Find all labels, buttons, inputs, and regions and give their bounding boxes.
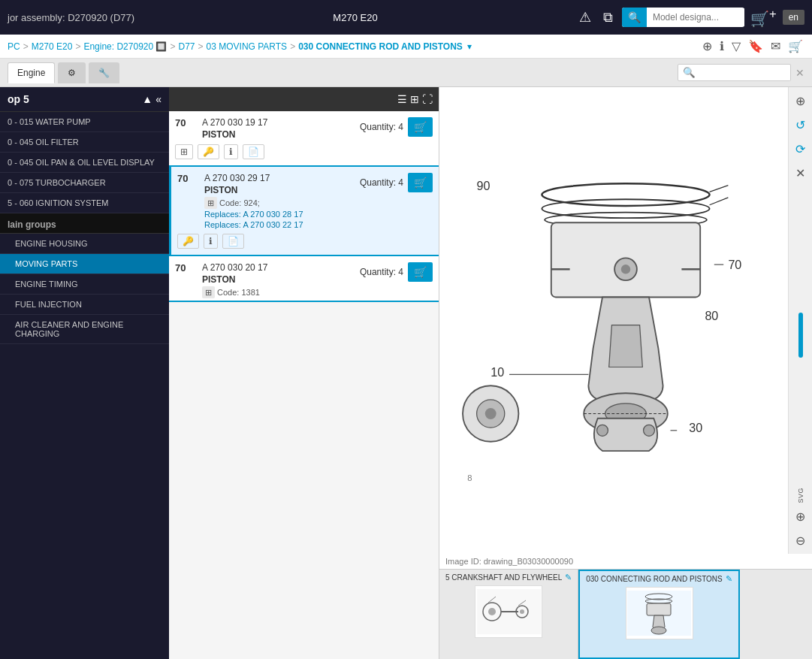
diagram-label-30: 30 xyxy=(689,421,702,434)
replaces-link-2b[interactable]: A 270 030 22 17 xyxy=(243,220,303,229)
clear-search-button[interactable]: ✕ xyxy=(795,67,804,79)
breadcrumb-moving-parts[interactable]: 03 MOVING PARTS xyxy=(207,41,288,52)
sidebar-item-engine-timing[interactable]: ENGINE TIMING xyxy=(0,274,169,295)
part-qty-2: Quantity: 4 🛒 xyxy=(360,173,433,192)
cart-add-button[interactable]: 🛒+ xyxy=(750,7,777,28)
sidebar-item-engine-housing[interactable]: ENGINE HOUSING xyxy=(0,234,169,254)
thumb-img-crankshaft xyxy=(475,585,542,638)
thumb-svg-crankshaft xyxy=(477,589,541,634)
warning-icon[interactable]: ⚠ xyxy=(576,8,594,27)
part-qty-3: Quantity: 4 🛒 xyxy=(360,262,433,282)
bottom-strip: 5 CRANKSHAFT AND FLYWHEEL ✎ xyxy=(439,569,812,659)
part-doc-btn-1[interactable]: 📄 xyxy=(243,144,264,159)
model-name: M270 E20 xyxy=(149,12,561,23)
qty-label-3: Quantity: 4 xyxy=(360,267,403,277)
breadcrumb-current: 030 CONNECTING ROD AND PISTONS xyxy=(298,41,463,52)
sidebar-nav: 0 - 015 WATER PUMP 0 - 045 OIL FILTER 0 … xyxy=(0,112,169,213)
svg-point-21 xyxy=(485,408,497,419)
diagram-label-10: 10 xyxy=(491,365,504,379)
tab-bar: Engine ⚙ 🔧 🔍 ✕ xyxy=(0,59,812,87)
tab-search-button[interactable]: 🔍 xyxy=(678,65,700,80)
sidebar-close-button[interactable]: « xyxy=(155,93,161,105)
add-to-cart-2[interactable]: 🛒 xyxy=(408,173,433,192)
assembly-title: jor assembly: D270920 (D77) xyxy=(8,12,134,23)
replaces-link-2a[interactable]: A 270 030 28 17 xyxy=(243,210,303,219)
breadcrumb-engine[interactable]: Engine: D270920 🔲 xyxy=(83,41,167,52)
sidebar-item-turbo[interactable]: 0 - 075 TURBOCHARGER xyxy=(0,173,169,193)
top-search-input[interactable] xyxy=(647,8,744,26)
bookmark-icon[interactable]: 🔖 xyxy=(747,38,765,55)
diagram-zoom-fit-button[interactable]: ⊕ xyxy=(790,90,811,111)
add-to-cart-1[interactable]: 🛒 xyxy=(408,117,433,137)
breadcrumb-d77[interactable]: D77 xyxy=(179,41,195,52)
diagram-zoom-out-button[interactable]: ⊖ xyxy=(790,530,811,551)
mail-icon[interactable]: ✉ xyxy=(769,38,782,55)
part-key-btn-2[interactable]: 🔑 xyxy=(177,234,199,249)
copy-icon[interactable]: ⧉ xyxy=(600,8,616,27)
part-number-3: A 270 030 20 17 xyxy=(202,262,354,273)
sidebar-item-moving-parts[interactable]: MOVING PARTS xyxy=(0,254,169,274)
add-to-cart-3[interactable]: 🛒 xyxy=(408,262,433,282)
tab-engine[interactable]: Engine xyxy=(8,62,55,83)
part-row-1: 70 A 270 030 19 17 PISTON Quantity: 4 🛒 xyxy=(175,117,433,140)
part-name-1: PISTON xyxy=(202,129,354,140)
thumbnail-connecting-rod[interactable]: 030 CONNECTING ROD AND PISTONS ✎ xyxy=(578,570,740,659)
shopping-icon[interactable]: 🛒 xyxy=(786,38,804,55)
sidebar-section-title: lain groups xyxy=(0,213,169,234)
grid-view-button[interactable]: ⊞ xyxy=(410,93,419,105)
sidebar-item-oil-filter[interactable]: 0 - 045 OIL FILTER xyxy=(0,132,169,153)
thumb-edit-icon-1[interactable]: ✎ xyxy=(565,573,572,582)
part-info-btn-1[interactable]: ℹ xyxy=(224,144,238,159)
top-search-box: 🔍 xyxy=(622,8,744,27)
top-bar: jor assembly: D270920 (D77) M270 E20 ⚠ ⧉… xyxy=(0,0,812,35)
sidebar-title: op 5 xyxy=(8,93,29,105)
diagram-close-button[interactable]: ✕ xyxy=(790,162,811,183)
part-details-3: A 270 030 20 17 PISTON ⊞ Code: 1381 xyxy=(202,262,354,298)
sidebar-item-air-cleaner[interactable]: AIR CLEANER AND ENGINE CHARGING xyxy=(0,315,169,344)
part-name-3: PISTON xyxy=(202,274,354,285)
part-number-2: A 270 030 29 17 xyxy=(204,173,354,183)
tab-tools[interactable]: 🔧 xyxy=(89,62,119,83)
part-pos-1: 70 xyxy=(175,117,196,128)
breadcrumb-pc[interactable]: PC xyxy=(8,41,20,52)
diagram-zoom-in-button[interactable]: ⊕ xyxy=(790,506,811,527)
sidebar-item-oil-pan[interactable]: 0 - 045 OIL PAN & OIL LEVEL DISPLAY xyxy=(0,153,169,173)
diagram-history-button[interactable]: ⟳ xyxy=(790,138,811,159)
diagram-info-button[interactable]: ↺ xyxy=(790,114,811,135)
info-icon[interactable]: ℹ xyxy=(718,38,726,55)
main-content: op 5 ▲ « 0 - 015 WATER PUMP 0 - 045 OIL … xyxy=(0,87,812,659)
tab-search-input[interactable] xyxy=(700,65,790,80)
tab-search-box: 🔍 xyxy=(678,64,791,81)
part-table-btn-1[interactable]: ⊞ xyxy=(175,144,193,159)
top-search-button[interactable]: 🔍 xyxy=(622,8,647,27)
sidebar-header-controls: ▲ « xyxy=(142,93,161,105)
part-name-2: PISTON xyxy=(204,185,354,195)
filter-icon[interactable]: ▽ xyxy=(730,38,742,55)
sidebar: op 5 ▲ « 0 - 015 WATER PUMP 0 - 045 OIL … xyxy=(0,87,169,659)
thumbnail-crankshaft[interactable]: 5 CRANKSHAFT AND FLYWHEEL ✎ xyxy=(439,570,578,659)
part-row-2: 70 A 270 030 29 17 PISTON ⊞ Code: 924; R… xyxy=(177,173,433,229)
part-actions-1: ⊞ 🔑 ℹ 📄 xyxy=(175,144,433,162)
part-key-btn-1[interactable]: 🔑 xyxy=(198,144,219,159)
svg-rect-34 xyxy=(647,603,671,615)
thumb-edit-icon-2[interactable]: ✎ xyxy=(726,574,732,584)
list-view-button[interactable]: ☰ xyxy=(397,93,407,105)
part-doc-btn-2[interactable]: 📄 xyxy=(222,234,244,249)
tab-settings[interactable]: ⚙ xyxy=(58,62,86,83)
part-pos-3: 70 xyxy=(175,262,196,274)
part-replaces-2a: Replaces: A 270 030 28 17 xyxy=(204,210,354,219)
diagram-scroll-indicator[interactable] xyxy=(798,313,803,358)
part-item-3: 70 A 270 030 20 17 PISTON ⊞ Code: 1381 Q… xyxy=(169,256,439,302)
sidebar-collapse-button[interactable]: ▲ xyxy=(142,93,152,105)
language-badge[interactable]: en xyxy=(783,10,804,25)
breadcrumb-m270[interactable]: M270 E20 xyxy=(32,41,73,52)
part-details-2: A 270 030 29 17 PISTON ⊞ Code: 924; Repl… xyxy=(204,173,354,229)
diagram-label-90: 90 xyxy=(477,179,491,192)
part-info-btn-2[interactable]: ℹ xyxy=(204,234,218,249)
sidebar-item-ignition[interactable]: 5 - 060 IGNITION SYSTEM xyxy=(0,193,169,213)
sidebar-item-fuel-injection[interactable]: FUEL INJECTION xyxy=(0,295,169,315)
parts-list-scroll: 70 A 270 030 19 17 PISTON Quantity: 4 🛒 … xyxy=(169,111,439,659)
sidebar-item-water-pump[interactable]: 0 - 015 WATER PUMP xyxy=(0,112,169,132)
expand-view-button[interactable]: ⛶ xyxy=(422,93,433,105)
zoom-in-icon[interactable]: ⊕ xyxy=(701,38,714,55)
